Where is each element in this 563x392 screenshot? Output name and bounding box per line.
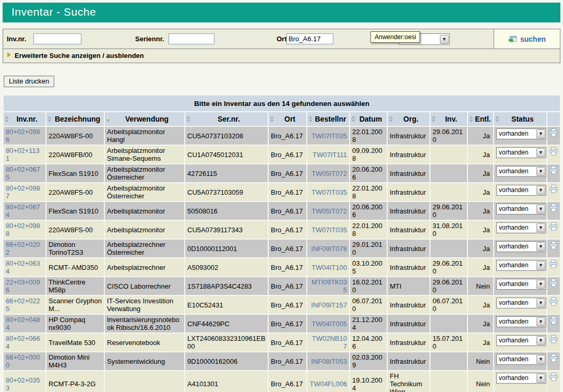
sort-icon-active[interactable] <box>106 116 110 122</box>
invnr-link[interactable]: 22+03+0096 <box>6 278 40 294</box>
status-select[interactable]: vorhanden ▼ <box>496 166 546 177</box>
chevron-down-icon[interactable]: ▼ <box>536 167 545 176</box>
invnr-link[interactable]: 80+02+0664 <box>6 335 40 350</box>
status-select[interactable]: vorhanden ▼ <box>496 185 546 196</box>
status-select[interactable]: vorhanden ▼ <box>496 354 546 365</box>
invnr-link[interactable]: 80+02+0353 <box>6 376 40 392</box>
status-select[interactable]: vorhanden ▼ <box>496 128 546 139</box>
chevron-down-icon[interactable]: ▼ <box>536 374 545 383</box>
bestellnr-link[interactable]: INF09IT078 <box>311 245 347 253</box>
printer-icon[interactable] <box>549 316 558 326</box>
bestellnr-link[interactable]: TW02NB107 <box>312 335 347 350</box>
chevron-down-icon[interactable]: ▼ <box>536 148 545 157</box>
printer-icon[interactable] <box>549 298 558 307</box>
chevron-down-icon[interactable]: ▼ <box>536 299 545 307</box>
col-header-bestellnr[interactable]: Bestellnr <box>307 112 349 126</box>
suchen-button[interactable]: suchen <box>494 29 560 49</box>
invnr-link[interactable]: 80+02+0675 <box>6 165 40 181</box>
chevron-down-icon[interactable]: ▼ <box>536 242 545 251</box>
printer-icon[interactable] <box>549 354 558 364</box>
liste-drucken-button[interactable]: Liste drucken <box>4 76 54 87</box>
bestellnr-link[interactable]: TW07IT035 <box>312 188 347 196</box>
sort-icon[interactable] <box>308 116 313 122</box>
status-select[interactable]: vorhanden ▼ <box>496 373 546 384</box>
invnr-link[interactable]: 66+02+0000 <box>6 353 40 369</box>
sort-icon[interactable] <box>351 116 355 122</box>
entl-cell: Ja <box>468 183 493 201</box>
col-header-invnr[interactable]: Inv.nr. <box>4 112 45 126</box>
advanced-search-toggle[interactable]: Erweiterte Suche anzeigen / ausblenden <box>3 49 560 63</box>
status-select[interactable]: vorhanden ▼ <box>496 260 546 271</box>
printer-icon[interactable] <box>549 373 558 383</box>
sort-icon[interactable] <box>5 116 9 122</box>
col-header-entl[interactable]: Entl. <box>468 112 493 126</box>
bestellnr-link[interactable]: INF09IT157 <box>311 301 347 309</box>
printer-icon[interactable] <box>549 335 558 345</box>
invnr-link[interactable]: 80+02+0674 <box>6 203 40 219</box>
sort-icon[interactable] <box>469 116 473 122</box>
status-select[interactable]: vorhanden ▼ <box>496 147 546 158</box>
invnr-link[interactable]: 80+02+0988 <box>6 222 40 237</box>
printer-icon[interactable] <box>549 166 558 176</box>
col-header-datum[interactable]: Datum <box>350 112 387 126</box>
bestellnr-link[interactable]: TW04IT100 <box>312 264 347 271</box>
bestellnr-link[interactable]: MTI09TK035 <box>312 278 347 294</box>
status-select[interactable]: vorhanden ▼ <box>496 335 546 346</box>
seriennr-input[interactable] <box>169 33 214 44</box>
sort-icon[interactable] <box>495 116 499 122</box>
sort-icon[interactable] <box>186 116 190 122</box>
printer-icon[interactable] <box>549 185 558 195</box>
bestellnr-link[interactable]: TW04FL006 <box>309 380 347 388</box>
chevron-down-icon[interactable]: ▼ <box>536 355 545 364</box>
status-select[interactable]: vorhanden ▼ <box>496 204 546 215</box>
status-select[interactable]: vorhanden ▼ <box>496 279 546 290</box>
chevron-down-icon[interactable]: ▼ <box>536 186 545 195</box>
invnr-link[interactable]: 80+02+0634 <box>6 259 40 275</box>
chevron-down-icon[interactable]: ▼ <box>536 336 545 345</box>
printer-icon[interactable] <box>549 147 558 157</box>
col-header-status[interactable]: Status <box>494 112 546 126</box>
sort-icon[interactable] <box>47 116 52 122</box>
bestellnr-link[interactable]: TW07IT111 <box>313 151 347 159</box>
printer-icon[interactable] <box>549 204 558 213</box>
invnr-link[interactable]: 80+02+0484 <box>6 316 40 331</box>
bestellnr-link[interactable]: TW04IT005 <box>312 320 347 328</box>
bestellnr-link[interactable]: TW05IT072 <box>312 207 347 215</box>
col-header-org[interactable]: Org. <box>388 112 429 126</box>
bestellnr-link[interactable]: TW07IT035 <box>312 132 347 140</box>
chevron-down-icon[interactable]: ▼ <box>536 280 545 289</box>
chevron-down-icon[interactable]: ▼ <box>536 223 545 232</box>
chevron-down-icon[interactable]: ▼ <box>536 205 545 213</box>
invnr-link[interactable]: 66+02+0202 <box>6 241 40 256</box>
bestellnr-link[interactable]: INF08IT053 <box>311 358 347 365</box>
col-header-ort[interactable]: Ort <box>269 112 306 126</box>
printer-icon[interactable] <box>549 279 558 289</box>
chevron-down-icon[interactable]: ▼ <box>536 317 545 326</box>
status-select[interactable]: vorhanden ▼ <box>496 316 546 327</box>
status-select[interactable]: vorhanden ▼ <box>496 222 546 233</box>
ort-input[interactable] <box>286 33 333 44</box>
printer-icon[interactable] <box>549 260 558 270</box>
chevron-down-icon[interactable]: ▼ <box>536 261 545 270</box>
sort-icon[interactable] <box>270 116 274 122</box>
sort-icon[interactable] <box>432 116 436 122</box>
bestellnr-link[interactable]: TW05IT072 <box>312 170 347 177</box>
status-select[interactable]: vorhanden ▼ <box>496 298 546 308</box>
printer-icon[interactable] <box>549 128 558 138</box>
invnr-link[interactable]: 80+02+0987 <box>6 184 40 200</box>
status-select[interactable]: vorhanden ▼ <box>496 241 546 252</box>
col-header-inv[interactable]: Inv. <box>430 112 467 126</box>
col-header-sernr[interactable]: Ser.nr. <box>185 112 268 126</box>
sort-icon[interactable] <box>389 116 393 122</box>
printer-icon[interactable] <box>549 222 558 232</box>
invnr-input[interactable] <box>33 33 81 44</box>
chevron-down-icon[interactable]: ▼ <box>440 35 449 44</box>
invnr-link[interactable]: 80+02+1131 <box>6 147 40 162</box>
col-header-bezeichnung[interactable]: Bezeichnung <box>46 112 104 126</box>
invnr-link[interactable]: 80+02+0986 <box>6 128 40 144</box>
chevron-down-icon[interactable]: ▼ <box>536 129 545 138</box>
printer-icon[interactable] <box>549 241 558 251</box>
bestellnr-link[interactable]: TW07IT035 <box>312 226 347 234</box>
col-header-verwendung[interactable]: Verwendung <box>105 112 184 126</box>
invnr-link[interactable]: 66+02+0225 <box>6 297 40 313</box>
